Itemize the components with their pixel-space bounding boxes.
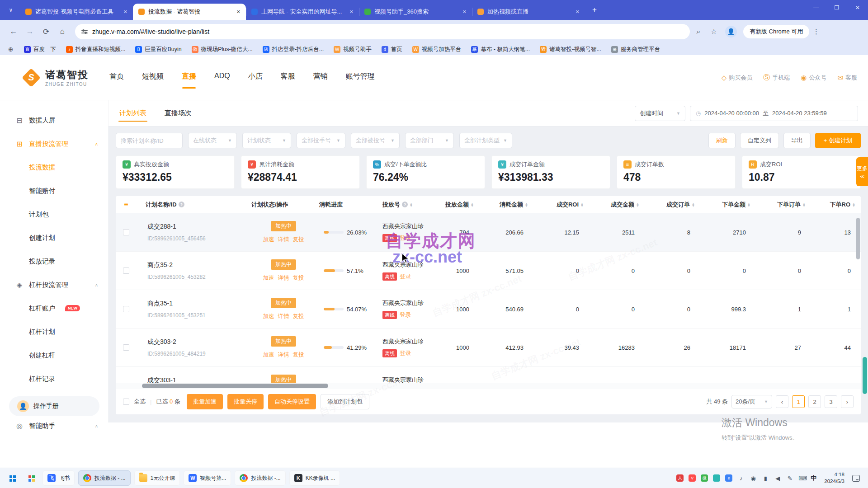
bulk-button-批量加速[interactable]: 批量加速	[187, 394, 223, 409]
bulk-button-自动关停设置[interactable]: 自动关停设置	[268, 394, 316, 409]
column-header-成交ROI[interactable]: 成交ROI▲▼	[535, 201, 591, 209]
filter-dropdown-全部被投号[interactable]: 全部被投号▼	[351, 133, 400, 148]
nav-item-账号管理[interactable]: 账号管理	[345, 67, 376, 88]
qq-icon[interactable]: 人	[676, 474, 684, 482]
battery-icon[interactable]: ▮	[762, 475, 769, 482]
filter-dropdown-计划状态[interactable]: 计划状态▼	[242, 133, 291, 148]
taskbar-app-飞书[interactable]: 飞飞书	[42, 470, 75, 486]
create-plan-button[interactable]: + 创建计划	[815, 133, 861, 148]
tab-直播场次[interactable]: 直播场次	[164, 101, 193, 126]
bookmark-item[interactable]: 店抖店登录-抖店后台...	[263, 46, 324, 53]
start-button[interactable]	[5, 470, 20, 486]
next-page-button[interactable]: ›	[841, 395, 854, 408]
app-launcher-button[interactable]	[24, 470, 39, 486]
op-link-加速[interactable]: 加速	[263, 313, 274, 320]
input-language-indicator[interactable]: 中	[811, 474, 816, 482]
bookmark-item[interactable]: W视频号助手	[334, 46, 372, 53]
table-vertical-scrollbar[interactable]	[856, 218, 860, 259]
sort-icons[interactable]: ▲▼	[410, 202, 413, 207]
browser-tab[interactable]: 上网导航 - 安全实用的网址导...✕	[246, 4, 359, 20]
site-settings-icon[interactable]	[81, 30, 88, 33]
taskbar-app-KK录像机 ...[interactable]: KKK录像机 ...	[289, 470, 340, 486]
tab-计划列表[interactable]: 计划列表	[118, 101, 147, 126]
address-bar[interactable]: zhuge.v-ma.com/#/live-studio/live-plan/l…	[75, 24, 690, 39]
sort-icons[interactable]: ▲▼	[802, 202, 806, 207]
sidebar-item-投放记录[interactable]: 投放记录	[0, 249, 108, 273]
header-link-购买会员[interactable]: ◇购买会员	[722, 74, 753, 82]
prev-page-button[interactable]: ‹	[776, 395, 788, 408]
tab-close-icon[interactable]: ✕	[236, 8, 241, 16]
op-link-复投[interactable]: 复投	[293, 274, 304, 282]
nav-item-客服[interactable]: 客服	[280, 67, 296, 88]
op-link-复投[interactable]: 复投	[293, 236, 304, 244]
bookmark-item[interactable]: d首页	[382, 46, 402, 53]
sort-icons[interactable]: ▲▼	[525, 202, 528, 207]
sort-icons[interactable]: ▲▼	[580, 202, 584, 207]
login-link[interactable]: 登录	[400, 311, 411, 319]
forward-button[interactable]: →	[23, 24, 37, 39]
sidebar-item-杠杆计划[interactable]: 杠杆计划	[0, 320, 108, 343]
reload-button[interactable]: ⟳	[39, 24, 53, 39]
nav-item-直播[interactable]: 直播	[181, 67, 197, 88]
music-icon[interactable]: ♪	[737, 475, 745, 482]
op-link-加速[interactable]: 加速	[263, 351, 274, 359]
column-header-投放号[interactable]: 投放号?▲▼	[381, 201, 439, 209]
nav-item-首页[interactable]: 首页	[108, 67, 125, 88]
tab-close-icon[interactable]: ✕	[462, 8, 467, 16]
sidebar-item-杠杆投流管理[interactable]: ◈杠杆投流管理∧	[0, 273, 108, 296]
nav-item-营销[interactable]: 营销	[312, 67, 329, 88]
header-link-公众号[interactable]: ◉公众号	[801, 74, 826, 82]
column-header-下单金额[interactable]: 下单金额▲▼	[702, 201, 758, 209]
row-checkbox[interactable]	[123, 306, 129, 312]
sort-icons[interactable]: ▲▼	[636, 202, 639, 207]
op-link-加速[interactable]: 加速	[263, 274, 274, 282]
bookmark-item[interactable]: B巨量百应Buyin	[135, 46, 181, 53]
browser-icon[interactable]: e	[725, 474, 732, 482]
close-button[interactable]: ✕	[847, 0, 868, 15]
header-link-手机端[interactable]: Ⓢ手机端	[763, 73, 790, 82]
taskbar-app-投流数据 -...[interactable]: 投流数据 -...	[235, 470, 285, 486]
column-header-下单RO[interactable]: 下单RO▲▼	[813, 201, 861, 209]
op-link-加速[interactable]: 加速	[263, 236, 274, 244]
bookmark-item[interactable]: 诸诸葛智投-视频号智...	[540, 46, 601, 53]
nav-item-小店[interactable]: 小店	[247, 67, 264, 88]
page-button-2[interactable]: 2	[808, 395, 821, 408]
browser-tab[interactable]: 投流数据 - 诸葛智投✕	[133, 4, 246, 20]
op-link-详情[interactable]: 详情	[278, 274, 289, 282]
bookmark-item[interactable]: 幕幕布 - 极简大纲笔...	[471, 46, 530, 53]
new-tab-button[interactable]: +	[589, 4, 600, 16]
minimize-button[interactable]: —	[806, 0, 826, 15]
wechat-icon[interactable]: 微	[701, 474, 708, 482]
browser-tab[interactable]: 加热视频或直播✕	[472, 4, 585, 20]
select-all-checkbox[interactable]	[123, 399, 129, 405]
sidebar-item-创建计划[interactable]: 创建计划	[0, 226, 108, 249]
taskbar-clock[interactable]: 4:18 2024/5/3	[824, 471, 844, 485]
sidebar-item-杠杆记录[interactable]: 杠杆记录	[0, 367, 108, 390]
sidebar-item-投流数据[interactable]: 投流数据	[0, 155, 108, 179]
page-button-3[interactable]: 3	[825, 395, 837, 408]
nav-item-ADQ[interactable]: ADQ	[213, 67, 231, 88]
sort-icons[interactable]: ▲▼	[852, 202, 855, 207]
export-button[interactable]: 导出	[783, 133, 811, 148]
row-checkbox[interactable]	[123, 344, 129, 351]
sort-icons[interactable]: ▲▼	[471, 202, 474, 207]
customize-columns-button[interactable]: 自定义列	[740, 133, 779, 148]
chrome-update-chip[interactable]: 有新版 Chrome 可用	[743, 25, 809, 38]
filter-dropdown-在线状态[interactable]: 在线状态▼	[188, 133, 237, 148]
pen-icon[interactable]: ✎	[786, 475, 793, 482]
column-header-消耗金额[interactable]: 消耗金额▲▼	[481, 201, 535, 209]
back-button[interactable]: ←	[6, 24, 21, 39]
filter-dropdown-全部计划类型[interactable]: 全部计划类型▼	[459, 133, 512, 148]
tab-search-chevron-icon[interactable]: ∨	[5, 4, 17, 16]
notification-center-icon[interactable]	[852, 475, 860, 482]
tab-close-icon[interactable]: ✕	[123, 8, 128, 16]
operation-manual-button[interactable]: 👤操作手册	[9, 396, 99, 416]
add-to-package-button[interactable]: 添加到计划包	[321, 394, 369, 409]
browser-scrollbar-thumb[interactable]	[863, 357, 867, 394]
op-link-复投[interactable]: 复投	[293, 313, 304, 320]
bookmark-item[interactable]: ⊕	[7, 46, 14, 53]
search-icon[interactable]: ⌕	[692, 25, 705, 38]
column-header-成交金额[interactable]: 成交金额▲▼	[591, 201, 646, 209]
header-link-客服[interactable]: ✉客服	[837, 74, 857, 82]
date-range-picker[interactable]: ◷ 2024-04-20 00:00:00 至 2024-04-20 23:59…	[690, 106, 858, 121]
